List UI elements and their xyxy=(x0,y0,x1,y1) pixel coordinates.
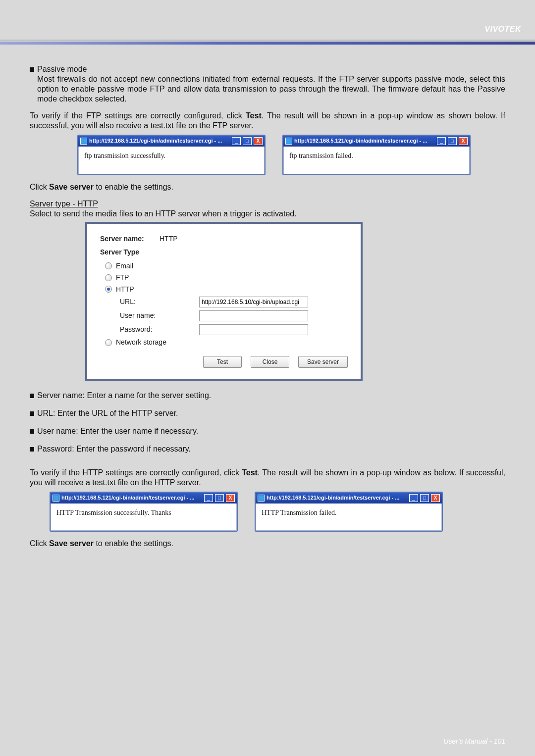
maximize-button[interactable]: □ xyxy=(215,494,224,502)
url-label: URL: xyxy=(120,298,199,306)
close-button[interactable]: X xyxy=(254,137,263,145)
popup-body: HTTP Transmission successfully. Thanks xyxy=(51,504,237,531)
maximize-button[interactable]: □ xyxy=(243,137,252,145)
brand-label: VIVOTEK xyxy=(484,25,521,34)
popup-body: HTTP Transmission failed. xyxy=(256,504,442,531)
maximize-button[interactable]: □ xyxy=(420,494,429,502)
popup-http-failed: http://192.168.5.121/cgi-bin/admin/tests… xyxy=(255,492,443,532)
popup-ftp-success: http://192.168.5.121/cgi-bin/admin/tests… xyxy=(77,135,266,175)
server-name-label: Server name: xyxy=(100,235,155,244)
ftp-verify-paragraph: To verify if the FTP settings are correc… xyxy=(30,111,505,131)
save-server-note: Click Save server to enable the settings… xyxy=(30,182,505,192)
server-name-value: HTTP xyxy=(160,235,178,244)
bullet-url: URL: Enter the URL of the HTTP server. xyxy=(37,408,178,418)
bullet-icon xyxy=(30,394,34,398)
passive-mode-heading: Passive mode xyxy=(37,64,505,74)
radio-email-label: Email xyxy=(116,262,133,271)
popup-body: ftp transmission successfully. xyxy=(78,147,265,174)
http-section-heading: Server type - HTTP xyxy=(30,200,98,208)
bullet-server-name: Server name: Enter a name for the server… xyxy=(37,391,211,401)
test-button[interactable]: Test xyxy=(203,356,242,368)
ie-icon xyxy=(80,138,87,145)
maximize-button[interactable]: □ xyxy=(448,137,457,145)
password-input[interactable] xyxy=(199,324,308,335)
bullet-icon xyxy=(30,429,34,434)
minimize-button[interactable]: _ xyxy=(437,137,446,145)
popup-body: ftp transmission failed. xyxy=(283,147,470,174)
close-button[interactable]: Close xyxy=(251,356,289,368)
radio-email[interactable] xyxy=(105,262,112,269)
radio-network-storage[interactable] xyxy=(105,339,112,346)
password-label: Password: xyxy=(120,325,199,334)
bullet-user: User name: Enter the user name if necess… xyxy=(37,426,198,436)
popup-title: http://192.168.5.121/cgi-bin/admin/tests… xyxy=(294,138,435,145)
divider xyxy=(0,40,535,41)
popup-http-success: http://192.168.5.121/cgi-bin/admin/tests… xyxy=(50,492,238,532)
bullet-icon xyxy=(30,411,34,416)
ie-icon xyxy=(53,495,59,502)
passive-mode-body: Most firewalls do not accept new connect… xyxy=(37,74,505,104)
popup-title: http://192.168.5.121/cgi-bin/admin/tests… xyxy=(61,495,202,502)
save-server-note-2: Click Save server to enable the settings… xyxy=(30,539,505,549)
bullet-icon xyxy=(30,67,34,72)
server-form-panel: Server name: HTTP Server Type Email FTP … xyxy=(85,222,363,381)
radio-http[interactable] xyxy=(105,286,112,293)
close-button[interactable]: X xyxy=(226,494,235,502)
url-input[interactable] xyxy=(199,297,308,307)
save-server-button[interactable]: Save server xyxy=(298,356,348,368)
bullet-icon xyxy=(30,447,34,452)
ie-icon xyxy=(285,138,292,145)
radio-http-label: HTTP xyxy=(116,285,134,294)
radio-ftp-label: FTP xyxy=(116,273,129,282)
server-type-label: Server Type xyxy=(100,248,348,257)
close-button[interactable]: X xyxy=(431,494,440,502)
http-section-desc: Select to send the media files to an HTT… xyxy=(30,209,297,218)
close-button[interactable]: X xyxy=(459,137,468,145)
popup-title: http://192.168.5.121/cgi-bin/admin/tests… xyxy=(89,138,230,145)
radio-network-storage-label: Network storage xyxy=(116,338,166,347)
username-input[interactable] xyxy=(199,310,308,321)
radio-ftp[interactable] xyxy=(105,274,112,281)
minimize-button[interactable]: _ xyxy=(232,137,241,145)
minimize-button[interactable]: _ xyxy=(204,494,213,502)
http-verify-paragraph: To verify if the HTTP settings are corre… xyxy=(30,468,505,488)
minimize-button[interactable]: _ xyxy=(409,494,418,502)
popup-ftp-failed: http://192.168.5.121/cgi-bin/admin/tests… xyxy=(282,135,471,175)
bullet-password: Password: Enter the password if necessar… xyxy=(37,444,191,454)
page-footer: User's Manual - 101 xyxy=(443,737,505,745)
popup-title: http://192.168.5.121/cgi-bin/admin/tests… xyxy=(267,495,407,502)
ie-icon xyxy=(258,495,265,502)
username-label: User name: xyxy=(120,311,199,320)
